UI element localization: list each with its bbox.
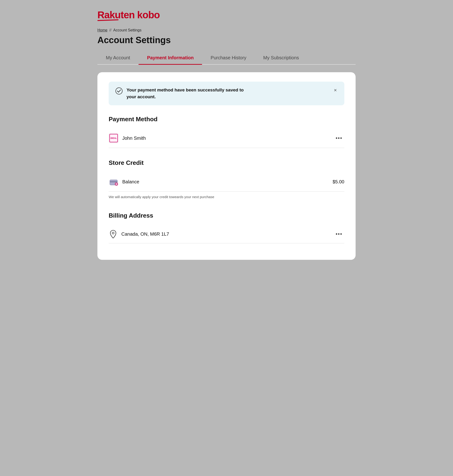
billing-address-row: Canada, ON, M6R 1L7 ••• [109,225,344,243]
page-container: Rakuten kobo Home // Account Settings Ac… [97,9,356,467]
store-credit-icon [109,177,119,187]
check-circle-icon [115,87,123,95]
billing-address-title: Billing Address [109,212,344,219]
billing-address-more-button[interactable]: ••• [334,230,344,238]
billing-address-value: Canada, ON, M6R 1L7 [121,231,169,237]
payment-method-more-button[interactable]: ••• [334,134,344,142]
svg-point-0 [116,88,122,94]
success-message-line1: Your payment method have been successful… [127,88,244,92]
breadcrumb-separator: // [109,28,112,32]
billing-address-left: Canada, ON, M6R 1L7 [109,230,169,238]
breadcrumb: Home // Account Settings [97,28,356,32]
payment-method-section: Payment Method iDEAL John Smith ••• [109,116,344,148]
store-credit-row: Balance $5.00 [109,172,344,192]
tab-payment-information[interactable]: Payment Information [138,52,202,64]
tabs-container: My Account Payment Information Purchase … [97,52,356,65]
balance-value: $5.00 [333,179,344,185]
store-credit-left: Balance [109,177,139,187]
page-title: Account Settings [97,35,356,45]
tab-my-subscriptions[interactable]: My Subscriptions [255,52,307,64]
success-banner-left: Your payment method have been successful… [115,87,244,100]
ideal-label: iDEAL [111,137,117,139]
payment-method-row: iDEAL John Smith ••• [109,129,344,148]
tab-my-account[interactable]: My Account [97,52,138,64]
payment-method-name: John Smith [122,136,146,141]
logo: Rakuten kobo [97,9,356,21]
ideal-icon: iDEAL [109,133,119,143]
success-banner: Your payment method have been successful… [109,82,344,105]
store-credit-title: Store Credit [109,159,344,166]
breadcrumb-current: Account Settings [113,28,142,32]
success-message-line2: your account. [127,94,156,99]
payment-method-title: Payment Method [109,116,344,123]
logo-text[interactable]: Rakuten kobo [97,9,356,21]
tab-purchase-history[interactable]: Purchase History [202,52,255,64]
svg-rect-2 [110,181,117,182]
close-banner-button[interactable]: × [333,87,338,93]
breadcrumb-home[interactable]: Home [97,28,107,32]
success-message: Your payment method have been successful… [127,87,244,100]
billing-address-section: Billing Address Canada, ON, M6R 1L7 ••• [109,212,344,243]
store-credit-note: We will automatically apply your credit … [109,195,344,201]
store-credit-section: Store Credit Balance $5.00 We will a [109,159,344,201]
payment-method-left: iDEAL John Smith [109,133,146,143]
content-card: Your payment method have been successful… [97,72,356,260]
location-pin-icon [109,230,118,238]
svg-point-4 [112,232,114,234]
balance-label: Balance [122,179,139,185]
